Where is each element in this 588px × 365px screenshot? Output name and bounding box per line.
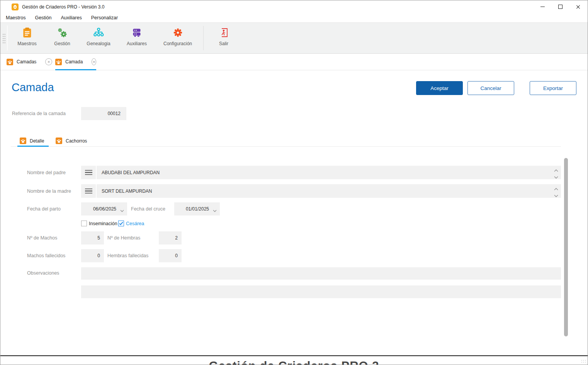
- reference-label: Referencia de la camada: [12, 111, 66, 116]
- document-tab-bar: Camadas Camada: [0, 54, 588, 70]
- export-button[interactable]: Exportar: [530, 81, 576, 95]
- observations-field-1[interactable]: [81, 267, 561, 280]
- close-tab-icon[interactable]: [92, 58, 96, 65]
- subtab-cachorros[interactable]: Cachorros: [56, 135, 87, 146]
- tab-label: Camadas: [17, 59, 36, 65]
- males-deceased-label: Machos fallecidos: [27, 253, 65, 258]
- father-label: Nombre del padre: [27, 170, 66, 175]
- close-tab-icon[interactable]: [45, 58, 52, 65]
- page-title: Camada: [12, 80, 54, 94]
- paw-icon: [55, 59, 62, 65]
- toolbar-divider: [7, 25, 8, 51]
- toolbar-button-label: Maestros: [17, 41, 36, 46]
- toolbar-button-label: Salir: [219, 41, 228, 46]
- females-deceased-label: Hembras fallecidas: [107, 253, 148, 258]
- family-tree-icon: [93, 27, 104, 38]
- cancel-button[interactable]: Cancelar: [467, 81, 514, 95]
- insemination-checkbox[interactable]: [81, 221, 87, 226]
- spinner-down-icon[interactable]: [554, 193, 558, 196]
- tab-camada[interactable]: Camada: [55, 54, 96, 70]
- mother-label: Nombre de la madre: [27, 188, 71, 194]
- females-field[interactable]: 2: [159, 231, 182, 244]
- chevron-down-icon[interactable]: [213, 208, 217, 213]
- chevron-down-icon[interactable]: [120, 208, 124, 213]
- mother-field[interactable]: SORT DEL AMPURDAN: [97, 184, 561, 198]
- app-window: Gestión de Criaderos PRO - Versión 3.0 M…: [0, 0, 588, 365]
- app-icon: [12, 3, 19, 10]
- maximize-button[interactable]: [551, 0, 569, 13]
- birth-date-field[interactable]: 06/06/2025: [81, 202, 127, 216]
- spinner-up-icon[interactable]: [554, 168, 558, 170]
- accept-button[interactable]: Aceptar: [416, 81, 463, 95]
- hamburger-icon: [85, 188, 92, 194]
- father-lookup-button[interactable]: [81, 166, 96, 179]
- spinner-down-icon[interactable]: [554, 175, 558, 177]
- paw-icon: [7, 59, 13, 65]
- father-field[interactable]: ABUDABI DEL AMPURDAN: [97, 166, 561, 179]
- toolbar-button-label: Gestión: [54, 41, 70, 46]
- father-value: ABUDABI DEL AMPURDAN: [102, 170, 160, 175]
- birth-date-label: Fecha del parto: [27, 206, 61, 212]
- paw-icon: [20, 138, 26, 144]
- paw-icon: [56, 138, 62, 144]
- close-icon: [576, 5, 580, 9]
- vertical-scrollbar[interactable]: [564, 158, 568, 336]
- toolbar-button-label: Auxiliares: [127, 41, 147, 46]
- menu-item-auxiliares[interactable]: Auxiliares: [61, 15, 82, 20]
- mating-date-field[interactable]: 01/01/2025: [174, 202, 220, 216]
- close-button[interactable]: [569, 0, 587, 13]
- toolbar-button-genealogia[interactable]: Genealogia: [87, 27, 110, 46]
- toolbar-separator: [203, 26, 204, 50]
- reference-field[interactable]: 00012: [81, 107, 126, 120]
- subtab-detalle[interactable]: Detalle: [20, 135, 44, 146]
- resize-grip[interactable]: [581, 359, 586, 364]
- males-deceased-field[interactable]: 0: [81, 249, 104, 262]
- females-deceased-field[interactable]: 0: [159, 249, 182, 262]
- toolbar-button-salir[interactable]: Salir: [219, 27, 229, 46]
- hamburger-icon: [85, 170, 92, 175]
- exit-icon: [219, 27, 229, 38]
- title-bar: Gestión de Criaderos PRO - Versión 3.0: [0, 0, 588, 13]
- toolbar-button-label: Configuración: [163, 41, 192, 46]
- subtab-label: Cachorros: [66, 138, 87, 144]
- males-label: Nº de Machos: [27, 235, 57, 241]
- toolbar-button-configuracion[interactable]: Configuración: [163, 27, 192, 46]
- window-controls: [534, 0, 587, 13]
- insemination-label: Inseminación: [89, 221, 117, 226]
- observations-label: Observaciones: [27, 270, 59, 276]
- toolbar-button-auxiliares[interactable]: Auxiliares: [127, 27, 147, 46]
- cesarean-label: Cesárea: [126, 221, 144, 226]
- mother-lookup-button[interactable]: [81, 184, 96, 198]
- toolbar-button-gestion[interactable]: Gestión: [54, 27, 70, 46]
- mother-value: SORT DEL AMPURDAN: [102, 188, 152, 194]
- mating-date-label: Fecha del cruce: [131, 206, 165, 212]
- mating-date-value: 01/01/2025: [186, 206, 209, 212]
- tab-label: Camada: [65, 59, 83, 65]
- menu-item-personalizar[interactable]: Personalizar: [91, 15, 118, 20]
- birth-date-value: 06/06/2025: [93, 206, 116, 212]
- minimize-icon: [540, 7, 545, 7]
- observations-field-2[interactable]: [81, 285, 561, 298]
- toolbar: Maestros: [0, 22, 588, 54]
- maximize-icon: [558, 5, 563, 9]
- females-label: Nº de Hembras: [107, 235, 140, 241]
- tab-camadas[interactable]: Camadas: [7, 54, 52, 70]
- menu-item-maestros[interactable]: Maestros: [6, 15, 25, 20]
- subtab-bar: Detalle Cachorros: [11, 135, 561, 147]
- menu-item-gestion[interactable]: Gestión: [35, 15, 51, 20]
- bottom-divider: [0, 355, 588, 356]
- clipped-footer-text: Gestión de Criaderos PRO 3: [0, 360, 588, 365]
- subtab-label: Detalle: [30, 138, 44, 144]
- server-icon: [132, 27, 142, 38]
- minimize-button[interactable]: [534, 0, 551, 13]
- cesarean-checkbox[interactable]: [118, 221, 124, 226]
- spinner-up-icon[interactable]: [554, 186, 558, 189]
- toolbar-button-label: Genealogia: [87, 41, 110, 46]
- menu-bar: Maestros Gestión Auxiliares Personalizar: [0, 13, 588, 22]
- toolbar-grip-handle[interactable]: [2, 33, 6, 44]
- males-field[interactable]: 5: [81, 231, 104, 244]
- window-title: Gestión de Criaderos PRO - Versión 3.0: [22, 4, 104, 10]
- check-icon: [119, 222, 123, 225]
- gears-icon: [57, 27, 67, 38]
- toolbar-button-maestros[interactable]: Maestros: [17, 27, 36, 46]
